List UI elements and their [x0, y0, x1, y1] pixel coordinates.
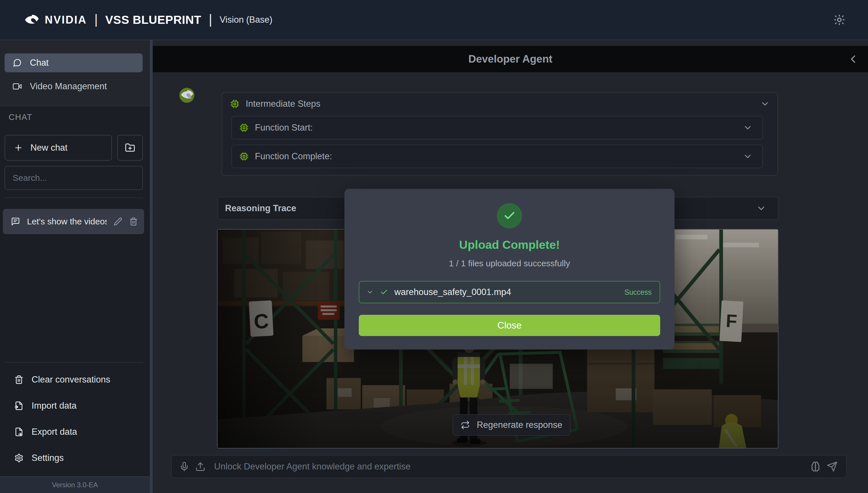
chat-bubble-icon: [13, 58, 22, 67]
version-label: Version 3.0-EA: [52, 481, 98, 489]
divider: [5, 197, 143, 198]
theme-toggle-button[interactable]: [829, 9, 850, 30]
upload-complete-modal: Upload Complete! 1 / 1 files uploaded su…: [344, 189, 675, 349]
settings-button[interactable]: Settings: [0, 449, 146, 468]
clear-conversations-button[interactable]: Clear conversations: [0, 370, 146, 389]
message-square-icon: [11, 217, 20, 226]
sidebar-item-chat[interactable]: Chat: [5, 53, 143, 72]
divider: [5, 362, 143, 363]
vss-blueprint-app: NVIDIA | VSS BLUEPRINT | Vision (Base) C…: [0, 0, 868, 493]
chip-icon: [239, 123, 249, 132]
close-button[interactable]: Close: [359, 315, 660, 336]
chip-icon: [239, 152, 249, 161]
chevron-left-icon[interactable]: [847, 53, 860, 65]
export-data-button[interactable]: Export data: [0, 423, 146, 441]
nvidia-eye-icon: [24, 12, 40, 27]
microphone-icon[interactable]: [179, 462, 189, 472]
modal-title: Upload Complete!: [459, 238, 560, 252]
sidebar-item-label: Video Management: [30, 81, 107, 91]
import-data-label: Import data: [31, 401, 77, 411]
file-import-icon: [14, 401, 23, 410]
sun-icon: [833, 14, 845, 26]
check-icon: [380, 288, 388, 296]
import-data-button[interactable]: Import data: [0, 396, 146, 415]
status-badge: Success: [624, 288, 652, 296]
edit-conversation-icon[interactable]: [114, 217, 122, 226]
top-bar: NVIDIA | VSS BLUEPRINT | Vision (Base): [0, 0, 868, 40]
conversation-search: [5, 166, 143, 190]
chevron-down-icon[interactable]: [756, 203, 766, 214]
intermediate-steps-accordion[interactable]: Intermediate Steps: [230, 93, 770, 115]
folder-plus-icon: [125, 143, 135, 153]
function-complete-accordion[interactable]: Function Complete:: [231, 145, 763, 168]
title-divider: |: [94, 12, 98, 27]
agent-avatar: [179, 88, 194, 103]
chevron-down-icon[interactable]: [760, 99, 770, 109]
conversation-list-item[interactable]: Let's show the videos...: [3, 209, 144, 234]
new-folder-button[interactable]: [117, 135, 143, 161]
new-chat-button[interactable]: New chat: [5, 135, 112, 161]
version-footer: Version 3.0-EA: [0, 476, 150, 493]
app-title: VSS BLUEPRINT: [105, 13, 202, 27]
regenerate-response-label: Regenerate response: [477, 420, 562, 430]
conversation-title: Let's show the videos...: [27, 217, 107, 227]
sidebar-item-video-management[interactable]: Video Management: [5, 77, 143, 96]
brain-icon[interactable]: [810, 461, 821, 472]
chevron-down-icon[interactable]: [743, 151, 753, 161]
title-divider: |: [209, 12, 212, 27]
sidebar-resize-handle[interactable]: [150, 40, 153, 493]
chat-section-label: CHAT: [8, 112, 33, 122]
modal-subtitle: 1 / 1 files uploaded successfully: [449, 259, 570, 268]
intermediate-steps-label: Intermediate Steps: [246, 99, 754, 109]
file-export-icon: [14, 427, 23, 436]
trash-icon: [14, 375, 23, 384]
uploaded-file-name: warehouse_safety_0001.mp4: [395, 287, 618, 297]
function-start-accordion[interactable]: Function Start:: [231, 116, 763, 140]
repeat-icon: [461, 421, 470, 430]
success-check-icon: [497, 203, 522, 229]
regenerate-response-button[interactable]: Regenerate response: [453, 414, 570, 436]
app-subtitle: Vision (Base): [219, 15, 272, 25]
export-data-label: Export data: [31, 427, 77, 437]
chat-input-bar: [171, 455, 847, 478]
close-button-label: Close: [497, 320, 522, 331]
function-complete-label: Function Complete:: [255, 151, 737, 162]
delete-conversation-icon[interactable]: [129, 217, 138, 226]
chip-icon: [230, 99, 239, 108]
video-camera-icon: [13, 82, 22, 91]
upload-icon[interactable]: [195, 462, 206, 472]
uploaded-file-row[interactable]: warehouse_safety_0001.mp4 Success: [359, 281, 660, 303]
divider: [0, 106, 150, 106]
sidebar-item-label: Chat: [30, 58, 48, 68]
nvidia-logo: NVIDIA: [24, 12, 87, 27]
intermediate-steps-panel: Intermediate Steps Function Start: Funct: [221, 92, 778, 176]
send-icon[interactable]: [827, 461, 838, 472]
chevron-down-icon[interactable]: [366, 288, 374, 296]
chat-message-input[interactable]: [214, 462, 804, 472]
clear-conversations-label: Clear conversations: [31, 374, 110, 385]
function-start-label: Function Start:: [255, 123, 737, 133]
settings-label: Settings: [31, 453, 64, 463]
search-input[interactable]: [13, 173, 135, 183]
brand-name: NVIDIA: [45, 14, 87, 26]
plus-icon: [14, 143, 23, 152]
page-title: Developer Agent: [468, 53, 553, 65]
new-chat-label: New chat: [30, 143, 67, 153]
agent-header: Developer Agent: [153, 46, 868, 72]
gear-icon: [14, 453, 23, 463]
sidebar: Chat Video Management CHAT New chat: [0, 40, 153, 493]
chevron-down-icon[interactable]: [743, 123, 753, 133]
